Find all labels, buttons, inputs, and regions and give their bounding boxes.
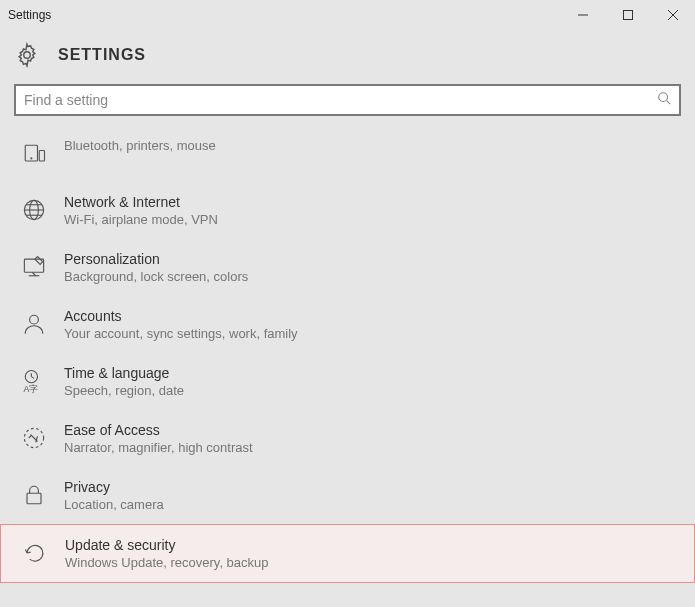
category-text: Ease of AccessNarrator, magnifier, high … <box>64 422 253 455</box>
category-item-ease[interactable]: Ease of AccessNarrator, magnifier, high … <box>14 410 681 467</box>
svg-text:A字: A字 <box>24 384 39 394</box>
svg-line-21 <box>31 377 34 379</box>
category-subtitle: Speech, region, date <box>64 383 184 398</box>
search-input[interactable] <box>16 86 679 114</box>
svg-point-18 <box>30 315 39 324</box>
privacy-icon <box>18 479 50 511</box>
accounts-icon <box>18 308 50 340</box>
svg-rect-8 <box>39 151 44 162</box>
category-text: Time & languageSpeech, region, date <box>64 365 184 398</box>
category-text: PrivacyLocation, camera <box>64 479 164 512</box>
gear-icon <box>14 42 40 68</box>
personalization-icon <box>18 251 50 283</box>
category-subtitle: Bluetooth, printers, mouse <box>64 138 216 153</box>
maximize-button[interactable] <box>605 0 650 30</box>
category-title: Accounts <box>64 308 298 324</box>
category-item-network[interactable]: Network & InternetWi-Fi, airplane mode, … <box>14 182 681 239</box>
category-text: Network & InternetWi-Fi, airplane mode, … <box>64 194 218 227</box>
category-item-time[interactable]: A字Time & languageSpeech, region, date <box>14 353 681 410</box>
ease-icon <box>18 422 50 454</box>
category-item-update[interactable]: Update & securityWindows Update, recover… <box>0 524 695 583</box>
window-title: Settings <box>8 8 51 22</box>
category-item-personalization[interactable]: PersonalizationBackground, lock screen, … <box>14 239 681 296</box>
category-subtitle: Background, lock screen, colors <box>64 269 248 284</box>
svg-point-5 <box>659 93 668 102</box>
category-title: Ease of Access <box>64 422 253 438</box>
page-header: SETTINGS <box>0 30 695 84</box>
category-text: AccountsYour account, sync settings, wor… <box>64 308 298 341</box>
search-box[interactable] <box>14 84 681 116</box>
svg-point-9 <box>31 158 32 159</box>
minimize-button[interactable] <box>560 0 605 30</box>
category-subtitle: Wi-Fi, airplane mode, VPN <box>64 212 218 227</box>
svg-line-6 <box>667 101 671 105</box>
svg-point-4 <box>24 52 31 59</box>
category-subtitle: Narrator, magnifier, high contrast <box>64 440 253 455</box>
network-icon <box>18 194 50 226</box>
svg-rect-1 <box>623 11 632 20</box>
category-list: Bluetooth, printers, mouseNetwork & Inte… <box>0 122 695 583</box>
category-subtitle: Your account, sync settings, work, famil… <box>64 326 298 341</box>
close-button[interactable] <box>650 0 695 30</box>
category-text: PersonalizationBackground, lock screen, … <box>64 251 248 284</box>
svg-rect-15 <box>24 259 43 272</box>
category-title: Time & language <box>64 365 184 381</box>
category-text: Update & securityWindows Update, recover… <box>65 537 269 570</box>
window-controls <box>560 0 695 30</box>
devices-icon <box>18 138 50 170</box>
category-title: Privacy <box>64 479 164 495</box>
category-title: Personalization <box>64 251 248 267</box>
update-icon <box>19 537 51 569</box>
titlebar: Settings <box>0 0 695 30</box>
time-icon: A字 <box>18 365 50 397</box>
category-subtitle: Windows Update, recovery, backup <box>65 555 269 570</box>
category-title: Update & security <box>65 537 269 553</box>
category-subtitle: Location, camera <box>64 497 164 512</box>
category-text: Bluetooth, printers, mouse <box>64 138 216 153</box>
category-item-privacy[interactable]: PrivacyLocation, camera <box>14 467 681 524</box>
category-title: Network & Internet <box>64 194 218 210</box>
category-item-devices[interactable]: Bluetooth, printers, mouse <box>14 126 681 182</box>
search-icon <box>657 91 671 109</box>
svg-rect-24 <box>27 493 41 504</box>
page-title: SETTINGS <box>58 46 146 64</box>
category-item-accounts[interactable]: AccountsYour account, sync settings, wor… <box>14 296 681 353</box>
